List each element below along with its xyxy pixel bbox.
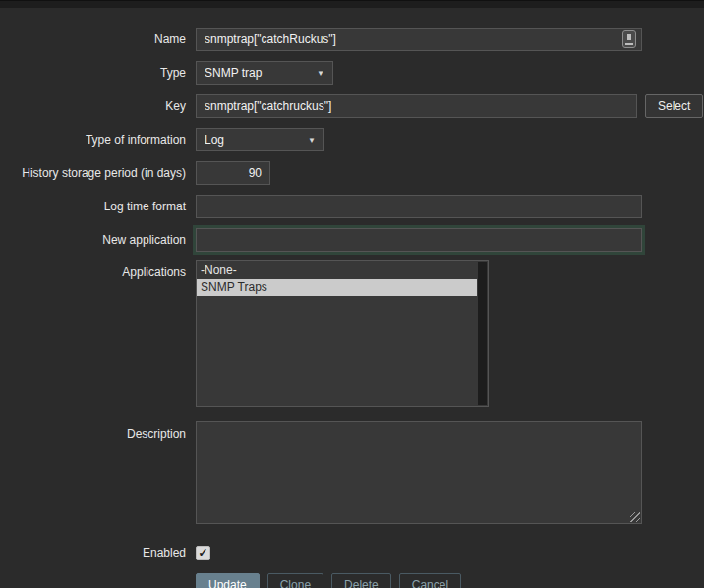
clone-button[interactable]: Clone: [267, 573, 323, 588]
description-label: Description: [0, 421, 186, 441]
name-input[interactable]: [196, 28, 642, 51]
row-type: Type SNMP trap ▼: [0, 61, 704, 85]
row-name: Name: [0, 28, 704, 51]
chevron-down-icon: ▼: [317, 69, 324, 78]
applications-listbox[interactable]: -None- SNMP Traps: [196, 260, 489, 407]
history-storage-input[interactable]: [196, 161, 270, 185]
row-history-storage: History storage period (in days): [0, 161, 704, 185]
type-of-information-value: Log: [205, 133, 224, 147]
row-type-of-information: Type of information Log ▼: [0, 128, 704, 151]
row-buttons: Update Clone Delete Cancel: [0, 573, 704, 588]
type-of-information-select[interactable]: Log ▼: [196, 128, 324, 151]
key-select-button[interactable]: Select: [645, 94, 703, 118]
enabled-checkbox[interactable]: ✓: [196, 546, 210, 560]
cancel-button[interactable]: Cancel: [399, 573, 461, 588]
key-input[interactable]: [196, 94, 637, 118]
row-description: Description: [0, 421, 704, 524]
autofill-icon[interactable]: [622, 30, 636, 48]
enabled-label: Enabled: [0, 545, 186, 560]
update-button[interactable]: Update: [196, 573, 260, 588]
key-label: Key: [0, 94, 186, 118]
log-time-format-label: Log time format: [0, 195, 186, 218]
log-time-format-input[interactable]: [196, 195, 642, 218]
description-textarea[interactable]: [196, 421, 642, 524]
new-application-label: New application: [0, 228, 186, 252]
row-applications: Applications -None- SNMP Traps: [0, 260, 704, 407]
listbox-scrollbar[interactable]: [478, 262, 487, 405]
applications-label: Applications: [0, 260, 186, 280]
item-config-form: Name Type SNMP trap ▼ Key Select Type of: [0, 0, 704, 588]
type-of-information-label: Type of information: [0, 128, 186, 151]
type-select-value: SNMP trap: [205, 66, 262, 80]
check-icon: ✓: [198, 547, 207, 559]
row-key: Key Select: [0, 94, 704, 118]
new-application-input[interactable]: [196, 228, 642, 252]
top-divider: [0, 0, 704, 8]
row-new-application: New application: [0, 228, 704, 252]
chevron-down-icon: ▼: [308, 136, 316, 145]
row-enabled: Enabled ✓: [0, 545, 704, 560]
type-label: Type: [0, 61, 186, 85]
list-item-snmp-traps[interactable]: SNMP Traps: [197, 279, 477, 296]
name-label: Name: [0, 28, 186, 51]
history-storage-label: History storage period (in days): [0, 161, 186, 185]
list-item-none[interactable]: -None-: [197, 263, 477, 279]
delete-button[interactable]: Delete: [331, 573, 391, 588]
row-log-time-format: Log time format: [0, 195, 704, 218]
type-select[interactable]: SNMP trap ▼: [196, 61, 333, 85]
